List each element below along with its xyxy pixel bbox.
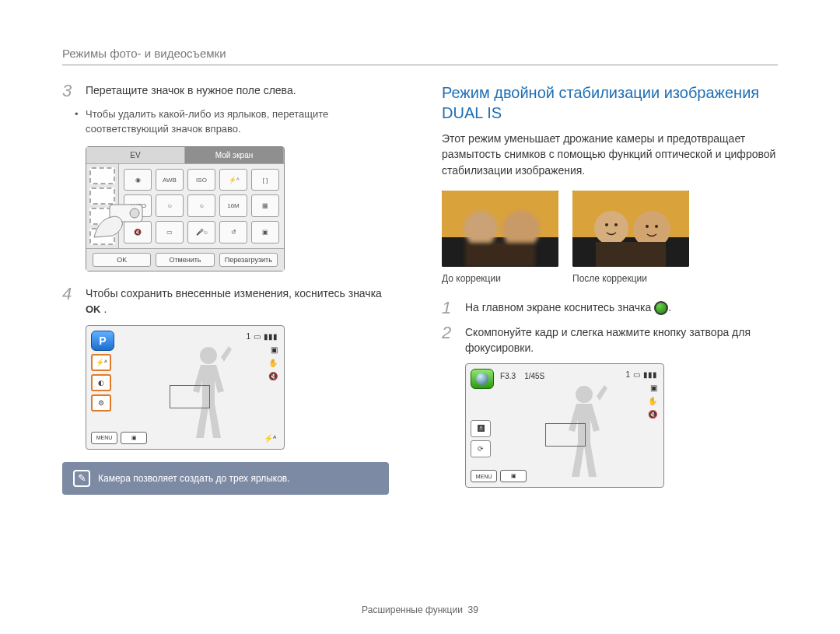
step-number: 1 <box>442 299 456 317</box>
svg-point-10 <box>594 211 628 245</box>
info-icon: ✎ <box>73 470 90 487</box>
step-number: 2 <box>442 324 456 356</box>
off-2-icon[interactable]: ⍉ <box>187 194 215 217</box>
step-4: 4 Чтобы сохранить внесенные изменения, к… <box>62 285 398 317</box>
step-r1-text-before: На главном экране коснитесь значка <box>465 301 651 313</box>
focus-box <box>170 385 210 408</box>
off-1-icon[interactable]: ⍉ <box>156 194 184 217</box>
right-column: Режим двойной стабилизации изображения D… <box>442 82 778 495</box>
note-text: Камера позволяет создать до трех ярлыков… <box>98 473 290 484</box>
playback-button[interactable]: ▣ <box>500 470 527 482</box>
dual-is-badge[interactable] <box>471 369 494 389</box>
storage-icon[interactable]: ▭ <box>156 221 184 243</box>
ok-glyph: OK <box>86 303 101 315</box>
cancel-button[interactable]: Отменить <box>156 253 214 267</box>
live-view-dual-screen: F3.3 1/45S 🅰 ⟳ MENU ▣ 1▭▮▮▮ ▣ ✋ 🔇 <box>465 363 664 488</box>
shortcut-slot-4[interactable] <box>89 228 115 245</box>
tab-ev[interactable]: EV <box>86 147 185 163</box>
svg-rect-9 <box>572 191 689 237</box>
ok-button[interactable]: OK <box>93 253 151 267</box>
iso-auto-icon[interactable]: ISO <box>187 169 215 191</box>
svg-rect-4 <box>442 191 558 237</box>
step-3-bullet: Чтобы удалить какой-либо из ярлыков, пер… <box>62 107 398 137</box>
playback-button[interactable]: ▣ <box>121 432 147 444</box>
svg-point-17 <box>576 386 593 403</box>
step-number: 3 <box>62 82 76 100</box>
voice-off-status-icon: 🔇 <box>268 372 278 380</box>
info-note: ✎ Камера позволяет создать до трех ярлык… <box>62 462 389 495</box>
voice-off-icon[interactable]: 🔇 <box>124 221 152 243</box>
status-stack: 1▭▮▮▮ ▣ ✋ 🔇 <box>625 370 657 419</box>
step-r1: 1 На главном экране коснитесь значка . <box>442 299 778 317</box>
dual-is-title: Режим двойной стабилизации изображения D… <box>442 82 778 123</box>
icon-grid: ◉ AWB ISO ⚡ᴬ [ ] AUTO ⍉ ⍉ 16M ▦ 🔇 ▭ 🎤⍉ ↺… <box>119 164 284 248</box>
battery-icon: ▮▮▮ <box>643 370 657 379</box>
flash-shortcut-icon[interactable]: ⚡ᴬ <box>91 354 111 371</box>
exposure-readout: F3.3 1/45S <box>500 372 544 380</box>
flash-auto-icon[interactable]: ⚡ᴬ <box>219 169 247 191</box>
svg-point-15 <box>646 225 649 228</box>
resolution-icon[interactable]: 16M <box>219 194 247 217</box>
shot-counter: 1 <box>625 370 630 379</box>
edit-shortcuts-screen: EV Мой экран <box>86 146 285 271</box>
stabilizer-status-icon: ✋ <box>268 359 278 367</box>
voice-memo-off-icon[interactable]: 🎤⍉ <box>187 221 215 243</box>
step-text: На главном экране коснитесь значка . <box>465 299 671 317</box>
after-caption: После коррекции <box>572 273 689 284</box>
gallery-icon[interactable]: ▣ <box>251 221 279 243</box>
breadcrumb: Режимы фото- и видеосъемки <box>62 47 778 60</box>
step-4-text: Чтобы сохранить внесенные изменения, кос… <box>86 287 382 299</box>
shortcut-slot-1[interactable] <box>89 167 115 184</box>
svg-rect-7 <box>465 242 535 267</box>
step-r2: 2 Скомпонуйте кадр и слегка нажмите кноп… <box>442 324 778 356</box>
focus-box <box>545 423 586 447</box>
stabilizer-status-icon: ✋ <box>648 397 657 405</box>
step-number: 4 <box>62 285 76 317</box>
gallery-status-icon: ▣ <box>271 345 278 354</box>
shortcut-slot-2[interactable] <box>89 187 115 205</box>
svg-rect-12 <box>596 242 666 267</box>
auto-icon[interactable]: AUTO <box>124 194 152 217</box>
step-r1-text-after: . <box>668 301 671 313</box>
menu-button[interactable]: MENU <box>471 470 497 482</box>
live-view-p-screen: P ⚡ᴬ ◐ ⚙ MENU ▣ 1▭▮▮▮ ▣ ✋ 🔇 ⚡ᴬ <box>86 325 285 450</box>
step-text: Чтобы сохранить внесенные изменения, кос… <box>86 285 398 317</box>
flash-indicator: ⚡ᴬ <box>264 434 276 443</box>
dual-is-desc: Этот режим уменьшает дрожание камеры и п… <box>442 131 778 178</box>
settings-shortcut-icon[interactable]: ⚙ <box>91 394 111 412</box>
mode-p-badge[interactable]: P <box>91 331 114 351</box>
exposure-dot-icon[interactable]: ◉ <box>124 169 152 191</box>
auto-shortcut-icon[interactable]: 🅰 <box>471 420 491 437</box>
quality-icon[interactable]: ▦ <box>251 194 279 217</box>
menu-button[interactable]: MENU <box>91 432 117 444</box>
awb-icon[interactable]: AWB <box>156 169 184 191</box>
after-photo <box>572 191 689 267</box>
shortcut-dropzone[interactable] <box>86 164 119 248</box>
svg-point-16 <box>655 225 658 228</box>
battery-icon: ▮▮▮ <box>264 332 278 341</box>
status-stack: 1▭▮▮▮ ▣ ✋ 🔇 <box>246 332 278 380</box>
voice-off-status-icon: 🔇 <box>648 410 657 419</box>
before-caption: До коррекции <box>442 273 558 284</box>
svg-point-14 <box>614 223 618 226</box>
off-shortcut-icon[interactable]: ⟳ <box>471 440 491 457</box>
shutter-value: 1/45S <box>524 372 544 380</box>
storage-icon: ▭ <box>633 370 640 379</box>
aperture-value: F3.3 <box>500 372 516 380</box>
shot-counter: 1 <box>246 332 250 341</box>
page-footer: Расширенные функции 39 <box>0 604 840 615</box>
before-photo <box>442 191 558 267</box>
storage-icon: ▭ <box>254 332 261 341</box>
svg-point-5 <box>464 211 498 245</box>
footer-page-number: 39 <box>468 604 478 615</box>
step-text: Скомпонуйте кадр и слегка нажмите кнопку… <box>465 324 778 356</box>
contrast-shortcut-icon[interactable]: ◐ <box>91 374 111 391</box>
reset-button[interactable]: Перезагрузить <box>219 253 278 267</box>
shortcut-slot-3[interactable] <box>89 208 115 225</box>
step-3: 3 Перетащите значок в нужное поле слева. <box>62 82 398 100</box>
gallery-status-icon: ▣ <box>650 384 657 392</box>
left-column: 3 Перетащите значок в нужное поле слева.… <box>62 82 398 495</box>
review-icon[interactable]: ↺ <box>219 221 247 243</box>
tab-my-screen[interactable]: Мой экран <box>185 147 284 163</box>
focus-bracket-icon[interactable]: [ ] <box>251 169 279 191</box>
